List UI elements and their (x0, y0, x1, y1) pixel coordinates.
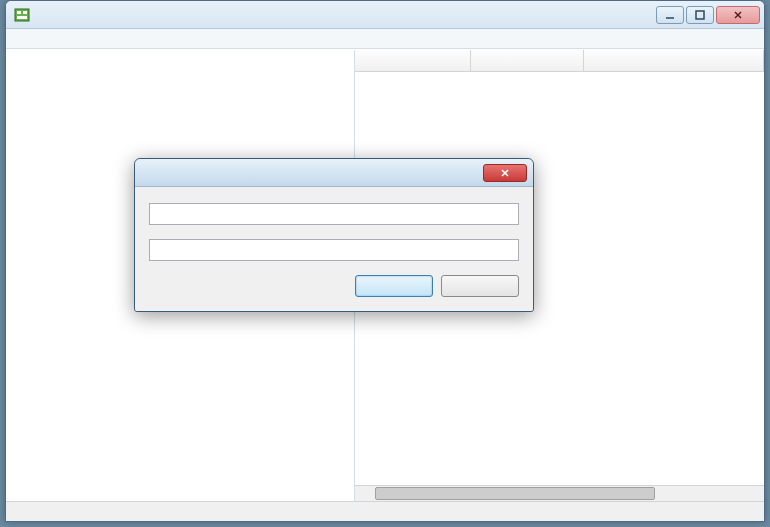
dialog-titlebar[interactable] (135, 159, 533, 187)
minimize-button[interactable] (656, 6, 684, 24)
app-icon (14, 7, 30, 23)
menu-favorites[interactable] (58, 37, 74, 41)
svg-rect-2 (23, 11, 27, 14)
svg-rect-1 (17, 11, 21, 14)
svg-rect-3 (17, 16, 27, 19)
col-data[interactable] (584, 50, 764, 71)
menu-file[interactable] (10, 37, 26, 41)
menu-help[interactable] (74, 37, 90, 41)
dialog-close-button[interactable] (483, 164, 527, 182)
menu-edit[interactable] (26, 37, 42, 41)
menu-view[interactable] (42, 37, 58, 41)
svg-rect-0 (15, 9, 29, 21)
statusbar (6, 501, 764, 521)
svg-rect-5 (696, 11, 704, 19)
close-button[interactable] (716, 6, 760, 24)
col-type[interactable] (471, 50, 584, 71)
titlebar[interactable] (6, 1, 764, 29)
value-data-field[interactable] (149, 239, 519, 261)
h-scrollbar[interactable] (355, 485, 764, 501)
edit-string-dialog (134, 158, 534, 312)
maximize-button[interactable] (686, 6, 714, 24)
value-name-field (149, 203, 519, 225)
menubar (6, 29, 764, 49)
ok-button[interactable] (355, 275, 433, 297)
col-name[interactable] (355, 50, 471, 71)
list-header (355, 50, 764, 72)
cancel-button[interactable] (441, 275, 519, 297)
